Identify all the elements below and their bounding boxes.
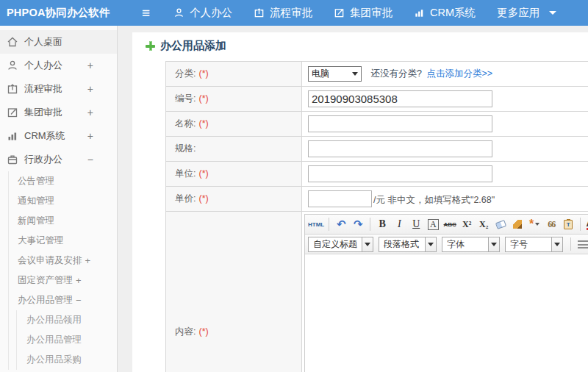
- nav-label: CRM系统: [430, 6, 476, 20]
- nav-item-workflow-approval[interactable]: 流程审批: [254, 6, 312, 20]
- nav-label: 更多应用: [497, 6, 539, 20]
- page-title-text: 办公用品添加: [160, 39, 226, 53]
- undo-icon[interactable]: ↶: [334, 217, 348, 232]
- nav-item-more-apps[interactable]: 更多应用: [497, 6, 556, 20]
- sidebar: 个人桌面 个人办公 + 流程审批 + 集团审批 + CRM系统 + 行政办公 −: [0, 26, 118, 372]
- html-source-button[interactable]: HTML: [308, 217, 324, 232]
- add-category-link[interactable]: 点击添加分类>>: [426, 68, 492, 79]
- superscript-button[interactable]: X²: [459, 217, 474, 232]
- font-family-select[interactable]: 字体: [442, 237, 500, 252]
- paste-as-text-button[interactable]: T: [561, 217, 576, 232]
- paragraph-format-select[interactable]: 段落格式: [379, 237, 437, 252]
- expand-plus-icon[interactable]: +: [87, 60, 93, 71]
- sidebar-item-label: 会议申请及安排: [18, 254, 82, 267]
- required-marker: (*): [198, 168, 208, 179]
- sidebar-subitem-office-supplies-mgmt[interactable]: 办公用品管理−: [9, 290, 117, 310]
- toolbar-separator: [329, 218, 329, 231]
- font-color-button[interactable]: A: [585, 217, 588, 232]
- sidebar-subitem-meeting-request[interactable]: 会议申请及安排+: [9, 251, 117, 271]
- bar-chart-icon: [7, 130, 18, 142]
- form-row-category: 分类:(*) 电脑 还没有分类? 点击添加分类>>: [166, 62, 588, 87]
- required-marker: (*): [198, 193, 208, 204]
- form-row-content: 内容:(*) HTML ↶ ↷ B I U: [166, 212, 588, 372]
- sidebar-item-label: 大事记管理: [18, 235, 64, 247]
- field-label: 单位:: [175, 168, 196, 179]
- name-input[interactable]: [308, 115, 492, 132]
- blockquote-button[interactable]: 66: [544, 217, 559, 232]
- sidebar-subitem-notice-mgmt[interactable]: 通知管理: [9, 191, 117, 211]
- sidebar-item-label: 公告管理: [18, 175, 54, 187]
- strikethrough-button[interactable]: ABC: [442, 217, 457, 232]
- field-label: 单价:: [175, 193, 196, 204]
- sidebar-subitem-supplies-purchase[interactable]: 办公用品采购: [17, 350, 117, 370]
- subscript-button[interactable]: X₂: [476, 217, 491, 232]
- sidebar-subitem-news-mgmt[interactable]: 新闻管理: [9, 211, 117, 231]
- align-left-icon: [578, 240, 588, 248]
- spec-input[interactable]: [308, 140, 492, 157]
- font-size-select[interactable]: 字号: [505, 237, 563, 252]
- caret-down-icon: [352, 72, 358, 76]
- sidebar-item-personal-office[interactable]: 个人办公 +: [0, 54, 117, 77]
- sidebar-subitem-announcement-mgmt[interactable]: 公告管理: [9, 171, 117, 191]
- supplies-add-form: 分类:(*) 电脑 还没有分类? 点击添加分类>> 编号:(*): [165, 61, 588, 372]
- expand-plus-icon[interactable]: +: [87, 130, 93, 142]
- page-title: 办公用品添加: [146, 39, 588, 53]
- name-label-cell: 名称:(*): [166, 112, 302, 137]
- nav-item-crm-system[interactable]: CRM系统: [414, 6, 476, 20]
- collapse-minus-icon[interactable]: −: [76, 295, 82, 306]
- clipboard-icon: T: [564, 220, 573, 229]
- format-brush-button[interactable]: [510, 217, 525, 232]
- required-marker: (*): [198, 68, 208, 79]
- editor-content-area[interactable]: [305, 254, 588, 372]
- bold-button[interactable]: B: [375, 217, 390, 232]
- caret-down-icon: [362, 237, 373, 251]
- redo-icon[interactable]: ↷: [351, 217, 365, 232]
- expand-plus-icon[interactable]: +: [87, 83, 93, 95]
- sidebar-subitem-fixed-assets-mgmt[interactable]: 固定资产管理+: [9, 271, 117, 290]
- expand-plus-icon[interactable]: +: [87, 107, 93, 118]
- nav-item-personal-office[interactable]: 个人办公: [173, 6, 232, 20]
- align-left-button[interactable]: [576, 237, 588, 251]
- main-content: 办公用品添加 分类:(*) 电脑 还没有分类? 点击添加分类>>: [118, 26, 588, 372]
- sidebar-item-label: 个人桌面: [24, 35, 62, 49]
- category-select[interactable]: 电脑: [308, 66, 362, 82]
- sidebar-item-personal-desktop[interactable]: 个人桌面: [0, 30, 117, 54]
- sidebar-item-admin-office[interactable]: 行政办公 −: [0, 148, 117, 171]
- workflow-icon: [254, 7, 265, 18]
- underline-button[interactable]: U: [409, 217, 423, 232]
- collapse-minus-icon[interactable]: −: [87, 154, 93, 165]
- sidebar-item-workflow-approval[interactable]: 流程审批 +: [0, 77, 117, 101]
- sidebar-item-group-approval[interactable]: 集团审批 +: [0, 101, 117, 124]
- sidebar-item-label: 流程审批: [24, 82, 62, 96]
- sidebar-subitem-memorabilia-mgmt[interactable]: 大事记管理: [9, 231, 117, 251]
- eraser-icon: [495, 220, 506, 229]
- unit-input[interactable]: [308, 165, 492, 182]
- editor-toolbar-row1: HTML ↶ ↷ B I U A ABC X²: [305, 215, 588, 235]
- expand-plus-icon[interactable]: +: [76, 275, 82, 286]
- briefcase-icon: [7, 154, 18, 165]
- menu-toggle-icon[interactable]: ≡: [142, 6, 150, 20]
- sidebar-item-label: 办公用品管理: [26, 334, 82, 346]
- nav-item-group-approval[interactable]: 集团审批: [334, 6, 392, 20]
- select-value: 自定义标题: [309, 237, 362, 251]
- sidebar-subitem-supplies-management[interactable]: 办公用品管理: [17, 330, 117, 350]
- home-icon: [7, 36, 18, 48]
- expand-plus-icon[interactable]: +: [85, 255, 91, 266]
- caret-down-icon: [488, 237, 499, 251]
- form-row-code: 编号:(*): [166, 87, 588, 112]
- field-label: 分类:: [175, 68, 196, 79]
- sidebar-item-crm-system[interactable]: CRM系统 +: [0, 124, 117, 148]
- auto-typeset-button[interactable]: *: [527, 217, 542, 232]
- italic-button[interactable]: I: [392, 217, 406, 232]
- brush-icon: [513, 220, 522, 229]
- nav-label: 集团审批: [350, 6, 392, 20]
- required-marker: (*): [198, 93, 208, 104]
- sidebar-subitem-supplies-requisition[interactable]: 办公用品领用: [17, 310, 117, 330]
- custom-title-select[interactable]: 自定义标题: [308, 237, 373, 252]
- font-border-button[interactable]: A: [428, 219, 439, 230]
- category-select-value: 电脑: [312, 68, 329, 80]
- select-value: 字体: [442, 237, 488, 251]
- code-input[interactable]: [308, 90, 492, 107]
- price-input[interactable]: [308, 190, 372, 207]
- remove-format-button[interactable]: [493, 217, 508, 232]
